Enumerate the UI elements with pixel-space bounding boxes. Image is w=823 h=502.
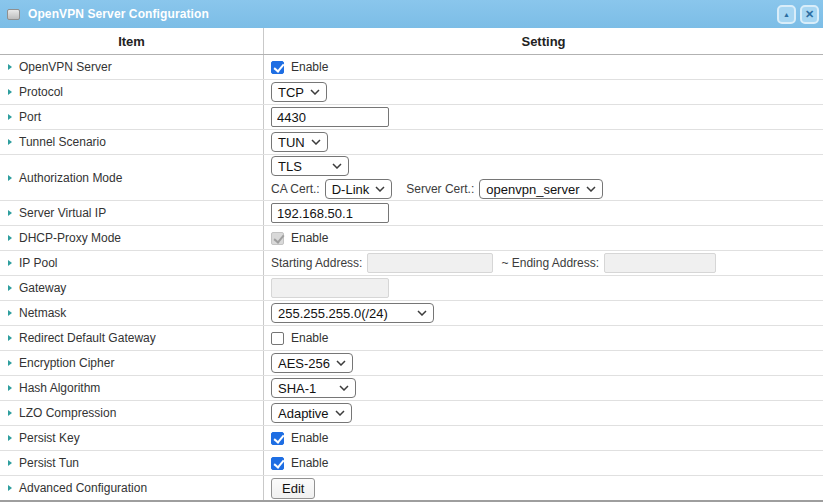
table-row-lzo-compression: LZO CompressionAdaptive bbox=[0, 401, 823, 426]
port-input[interactable] bbox=[271, 107, 389, 127]
netmask-select[interactable]: 255.255.255.0(/24) bbox=[271, 303, 434, 323]
encryption-cipher-label: Encryption Cipher bbox=[19, 356, 114, 370]
table-header-row: Item Setting bbox=[0, 28, 823, 55]
server-virtual-ip-label: Server Virtual IP bbox=[19, 206, 106, 220]
setting-cell-persist-key: Enable bbox=[263, 426, 823, 450]
table-row-gateway: Gateway bbox=[0, 276, 823, 301]
item-cell-lzo-compression: LZO Compression bbox=[0, 401, 263, 425]
hash-algorithm-select[interactable]: SHA-1 bbox=[271, 378, 356, 398]
netmask-label: Netmask bbox=[19, 306, 66, 320]
lzo-compression-select[interactable]: Adaptive bbox=[271, 403, 352, 423]
redirect-default-gateway-label: Redirect Default Gateway bbox=[19, 331, 156, 345]
tunnel-scenario-select[interactable]: TUN bbox=[271, 132, 328, 152]
chevron-down-icon bbox=[339, 385, 349, 391]
collapse-button[interactable]: ▲ bbox=[777, 5, 796, 24]
persist-tun-label: Persist Tun bbox=[19, 456, 79, 470]
item-cell-persist-key: Persist Key bbox=[0, 426, 263, 450]
close-button[interactable]: ✕ bbox=[800, 5, 819, 24]
item-cell-redirect-default-gateway: Redirect Default Gateway bbox=[0, 326, 263, 350]
server-virtual-ip-input[interactable] bbox=[271, 203, 389, 223]
port-label: Port bbox=[19, 110, 41, 124]
setting-cell-dhcp-proxy-mode: Enable bbox=[263, 226, 823, 250]
close-icon: ✕ bbox=[805, 9, 814, 20]
table-row-protocol: ProtocolTCP bbox=[0, 80, 823, 105]
encryption-cipher-select-value: AES-256 bbox=[278, 356, 330, 371]
table-row-persist-key: Persist KeyEnable bbox=[0, 426, 823, 451]
setting-cell-authorization-mode: TLSCA Cert.:D-LinkServer Cert.:openvpn_s… bbox=[263, 155, 823, 200]
row-bullet-icon bbox=[8, 285, 12, 291]
item-cell-openvpn-server: OpenVPN Server bbox=[0, 55, 263, 79]
row-bullet-icon bbox=[8, 139, 12, 145]
setting-cell-lzo-compression: Adaptive bbox=[263, 401, 823, 425]
row-bullet-icon bbox=[8, 335, 12, 341]
ending-address-label: ~ Ending Address: bbox=[501, 256, 599, 270]
ca-cert-select-value: D-Link bbox=[332, 182, 370, 197]
advanced-configuration-button[interactable]: Edit bbox=[271, 478, 315, 499]
chevron-down-icon bbox=[417, 310, 427, 316]
setting-cell-hash-algorithm: SHA-1 bbox=[263, 376, 823, 400]
starting-address-label: Starting Address: bbox=[271, 256, 362, 270]
window-title: OpenVPN Server Configuration bbox=[28, 7, 777, 21]
row-bullet-icon bbox=[8, 114, 12, 120]
item-cell-port: Port bbox=[0, 105, 263, 129]
row-bullet-icon bbox=[8, 310, 12, 316]
netmask-select-value: 255.255.255.0(/24) bbox=[278, 306, 388, 321]
collapse-icon: ▲ bbox=[783, 10, 790, 17]
item-cell-server-virtual-ip: Server Virtual IP bbox=[0, 201, 263, 225]
chevron-down-icon bbox=[332, 163, 342, 169]
row-bullet-icon bbox=[8, 175, 12, 181]
persist-key-enable-checkbox[interactable] bbox=[271, 432, 284, 445]
setting-cell-tunnel-scenario: TUN bbox=[263, 130, 823, 154]
row-bullet-icon bbox=[8, 360, 12, 366]
setting-cell-advanced-configuration: Edit bbox=[263, 476, 823, 500]
persist-key-checkbox-label: Enable bbox=[291, 431, 328, 445]
table-row-openvpn-server: OpenVPN ServerEnable bbox=[0, 55, 823, 80]
table-row-ip-pool: IP PoolStarting Address:~ Ending Address… bbox=[0, 251, 823, 276]
tunnel-scenario-select-value: TUN bbox=[278, 135, 305, 150]
setting-cell-netmask: 255.255.255.0(/24) bbox=[263, 301, 823, 325]
item-cell-advanced-configuration: Advanced Configuration bbox=[0, 476, 263, 500]
hash-algorithm-select-value: SHA-1 bbox=[278, 381, 316, 396]
table-row-advanced-configuration: Advanced ConfigurationEdit bbox=[0, 476, 823, 500]
row-bullet-icon bbox=[8, 89, 12, 95]
table-body: OpenVPN ServerEnableProtocolTCPPortTunne… bbox=[0, 55, 823, 500]
setting-cell-ip-pool: Starting Address:~ Ending Address: bbox=[263, 251, 823, 275]
table-row-port: Port bbox=[0, 105, 823, 130]
ca-cert-select[interactable]: D-Link bbox=[325, 179, 393, 199]
row-bullet-icon bbox=[8, 385, 12, 391]
redirect-default-gateway-enable-checkbox[interactable] bbox=[271, 332, 284, 345]
protocol-label: Protocol bbox=[19, 85, 63, 99]
ending-address-input bbox=[604, 253, 716, 273]
setting-cell-encryption-cipher: AES-256 bbox=[263, 351, 823, 375]
item-cell-tunnel-scenario: Tunnel Scenario bbox=[0, 130, 263, 154]
setting-cell-gateway bbox=[263, 276, 823, 300]
persist-tun-enable-checkbox[interactable] bbox=[271, 457, 284, 470]
protocol-select[interactable]: TCP bbox=[271, 82, 327, 102]
openvpn-server-enable-checkbox[interactable] bbox=[271, 61, 284, 74]
chevron-down-icon bbox=[375, 186, 385, 192]
server-cert-select[interactable]: openvpn_server bbox=[479, 179, 602, 199]
encryption-cipher-select[interactable]: AES-256 bbox=[271, 353, 353, 373]
item-cell-ip-pool: IP Pool bbox=[0, 251, 263, 275]
table-row-persist-tun: Persist TunEnable bbox=[0, 451, 823, 476]
item-cell-authorization-mode: Authorization Mode bbox=[0, 155, 263, 200]
table-row-dhcp-proxy-mode: DHCP-Proxy ModeEnable bbox=[0, 226, 823, 251]
authorization-mode-select[interactable]: TLS bbox=[271, 156, 349, 176]
advanced-configuration-label: Advanced Configuration bbox=[19, 481, 147, 495]
chevron-down-icon bbox=[335, 410, 345, 416]
protocol-select-value: TCP bbox=[278, 85, 304, 100]
row-bullet-icon bbox=[8, 64, 12, 70]
item-cell-encryption-cipher: Encryption Cipher bbox=[0, 351, 263, 375]
table-row-hash-algorithm: Hash AlgorithmSHA-1 bbox=[0, 376, 823, 401]
auth-mode-line: TLS bbox=[271, 156, 349, 176]
chevron-down-icon bbox=[586, 186, 596, 192]
ca-cert-label: CA Cert.: bbox=[271, 182, 320, 196]
row-bullet-icon bbox=[8, 410, 12, 416]
row-bullet-icon bbox=[8, 460, 12, 466]
lzo-compression-label: LZO Compression bbox=[19, 406, 116, 420]
setting-cell-protocol: TCP bbox=[263, 80, 823, 104]
server-cert-label: Server Cert.: bbox=[406, 182, 474, 196]
row-bullet-icon bbox=[8, 485, 12, 491]
column-header-item: Item bbox=[0, 28, 263, 54]
table-row-server-virtual-ip: Server Virtual IP bbox=[0, 201, 823, 226]
